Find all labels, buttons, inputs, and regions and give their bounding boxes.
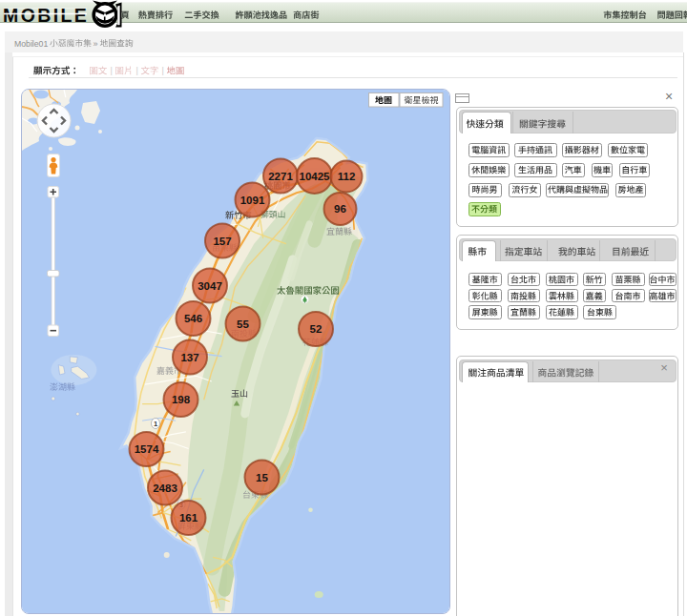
svg-text:112: 112 [338,171,356,182]
svg-text:3047: 3047 [198,280,222,292]
svg-text:157: 157 [213,236,231,247]
svg-text:546: 546 [184,313,202,324]
svg-text:|: | [111,66,113,75]
svg-text:55: 55 [237,318,249,330]
svg-text:1: 1 [154,420,157,428]
svg-text:|: | [162,66,164,75]
svg-text:1091: 1091 [240,195,265,206]
svg-text:137: 137 [180,352,198,363]
svg-text:15: 15 [256,472,268,483]
svg-text:198: 198 [172,394,191,405]
svg-text:161: 161 [179,512,198,524]
svg-text:2483: 2483 [153,483,177,494]
svg-text:10425: 10425 [300,171,331,182]
svg-text:|: | [136,66,138,75]
svg-text:52: 52 [310,323,323,335]
svg-text:96: 96 [334,203,346,215]
svg-text:2271: 2271 [268,171,293,182]
svg-text:1574: 1574 [135,443,159,455]
